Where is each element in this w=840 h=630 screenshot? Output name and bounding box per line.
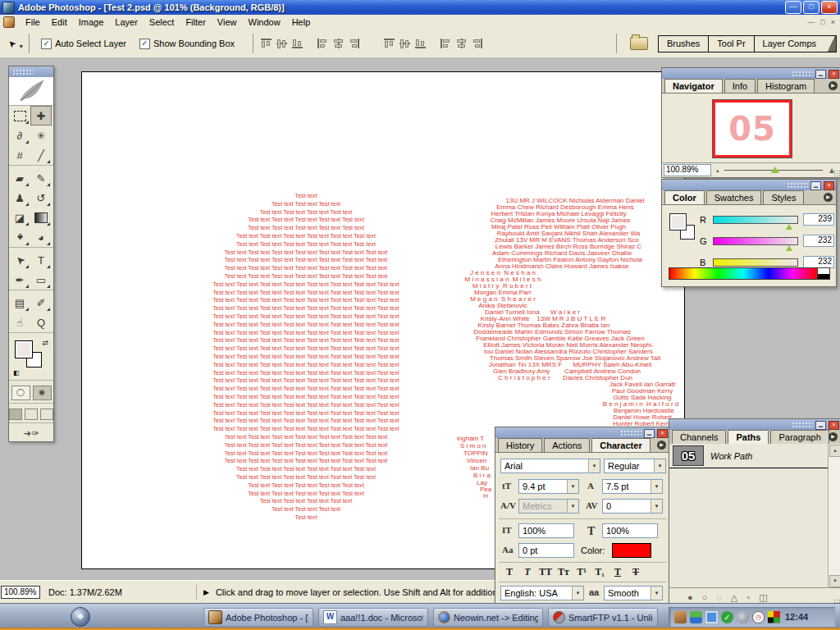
close-button[interactable]: × [821, 1, 838, 14]
fill-path-icon[interactable]: ● [687, 592, 693, 602]
tracking-select[interactable]: 0 ▼ [602, 499, 663, 514]
zoom-out-icon[interactable]: ▴ [716, 167, 719, 174]
font-family-select[interactable]: Arial ▼ [500, 459, 600, 473]
brush-tool[interactable]: ✎ [30, 168, 52, 188]
clock-icon[interactable]: ◷ [752, 611, 765, 623]
file-browser-icon[interactable] [630, 37, 648, 50]
status-expander-icon[interactable]: ▶ [203, 588, 209, 596]
auto-select-layer-checkbox[interactable]: ✓ Auto Select Layer [41, 39, 126, 49]
scroll-up-icon[interactable]: ▲ [829, 445, 840, 457]
palette-close-button[interactable]: × [657, 429, 668, 438]
language-select[interactable]: English: USA ▼ [500, 586, 584, 600]
slider-thumb-icon[interactable] [786, 245, 792, 251]
distribute-bottom-edges-icon[interactable] [414, 38, 427, 49]
taskbar-button-firefox[interactable]: Neowin.net -> Editing ... [433, 608, 543, 627]
align-top-edges-icon[interactable] [260, 38, 272, 49]
palette-well-tab-brushes[interactable]: Brushes [659, 36, 709, 52]
burn-tool[interactable]: ◕ [30, 227, 52, 247]
start-button[interactable]: ❖ [71, 607, 90, 627]
distribute-horizontal-centers-icon[interactable] [455, 38, 468, 49]
delete-path-icon[interactable]: ◫ [759, 592, 767, 603]
menu-view[interactable]: View [212, 16, 243, 29]
color-tab-styles[interactable]: Styles [763, 190, 804, 204]
navigator-tab-info[interactable]: Info [724, 79, 756, 93]
distribute-left-edges-icon[interactable] [440, 38, 452, 49]
quick-mask-mode-button[interactable]: ◉ [33, 386, 52, 400]
align-right-edges-icon[interactable] [348, 38, 360, 49]
notes-tool[interactable]: ▤ [9, 293, 30, 313]
palette-close-button[interactable]: × [824, 181, 834, 190]
crop-tool[interactable]: # [9, 145, 30, 165]
palette-title-bar[interactable]: ▁ × [662, 68, 840, 79]
hand-tool[interactable]: ☝ [9, 313, 30, 332]
menu-layer[interactable]: Layer [109, 16, 144, 29]
emule-icon[interactable] [674, 611, 687, 623]
mdi-minimize-button[interactable]: — [807, 18, 815, 26]
align-left-edges-icon[interactable] [317, 38, 329, 49]
navigator-zoom-input[interactable]: 100.89% [664, 164, 711, 176]
palette-minimize-button[interactable]: ▁ [644, 429, 655, 438]
menu-window[interactable]: Window [243, 16, 286, 29]
slice-tool[interactable]: ╱ [30, 145, 52, 165]
palette-close-button[interactable]: × [829, 70, 839, 79]
jump-to-imageready-button[interactable]: ➔✑ [24, 428, 39, 439]
color-tab-color[interactable]: Color [664, 190, 705, 204]
palette-title-bar[interactable]: ▁ × [495, 427, 669, 438]
small-caps-style-button[interactable]: Tᴛ [555, 566, 573, 578]
foreground-color-swatch[interactable] [15, 340, 33, 358]
zoom-slider[interactable] [724, 170, 824, 171]
colors-icon[interactable] [768, 611, 780, 623]
palette-well-tab-layer-comps[interactable]: Layer Comps [755, 36, 824, 52]
taskbar-button-word[interactable]: Waaa!!1.doc - Microsoft... [318, 608, 428, 627]
navigator-preview[interactable]: 05 [713, 100, 792, 158]
standard-mode-button[interactable]: ◯ [11, 386, 30, 400]
distribute-top-edges-icon[interactable] [383, 38, 395, 49]
clone-stamp-tool[interactable]: ♟ [9, 188, 30, 208]
italic-style-button[interactable]: T [518, 566, 536, 578]
taskbar-button-smartftp[interactable]: SmartFTP v1.1 - Unlic... [548, 608, 658, 627]
menu-filter[interactable]: Filter [180, 16, 211, 29]
work-path-row[interactable]: 05 Work Path [669, 444, 840, 468]
resize-grip-icon[interactable] [833, 170, 840, 176]
menu-help[interactable]: Help [286, 16, 317, 29]
volume-icon[interactable] [737, 611, 749, 623]
b-channel-slider[interactable] [713, 258, 798, 267]
magic-wand-tool[interactable]: ✳ [30, 126, 52, 145]
text-color-swatch[interactable] [612, 543, 651, 558]
scrollbar[interactable]: ▲ ▼ [828, 444, 840, 588]
load-path-as-selection-icon[interactable]: ◌ [716, 592, 722, 602]
character-tab-character[interactable]: Character [591, 438, 650, 452]
paths-tab-paragraph[interactable]: Paragraph [770, 430, 829, 444]
palette-menu-icon[interactable]: ▶ [829, 432, 838, 441]
palette-minimize-button[interactable]: ▁ [815, 70, 826, 79]
anti-alias-select[interactable]: Smooth ▼ [604, 586, 663, 600]
full-screen-mode-button[interactable] [40, 409, 53, 420]
eraser-tool[interactable]: ◪ [9, 208, 30, 227]
palette-menu-icon[interactable]: ▶ [657, 441, 666, 450]
palette-minimize-button[interactable]: ▁ [815, 421, 826, 430]
character-tab-history[interactable]: History [498, 438, 542, 452]
menu-image[interactable]: Image [73, 16, 110, 29]
stroke-path-icon[interactable]: ○ [702, 592, 708, 602]
kerning-select[interactable]: Metrics ▼ [518, 499, 579, 514]
update-icon[interactable]: ✓ [721, 611, 733, 623]
vertical-scale-input[interactable]: 100% [518, 523, 574, 538]
path-selection-tool[interactable]: ➤ [9, 250, 30, 270]
navigator-tab-navigator[interactable]: Navigator [664, 79, 723, 93]
menu-file[interactable]: File [20, 16, 46, 29]
rectangular-marquee-tool[interactable] [9, 106, 30, 126]
character-tab-actions[interactable]: Actions [544, 438, 590, 452]
mdi-close-button[interactable]: × [831, 18, 835, 26]
type-tool[interactable]: T [30, 250, 52, 270]
adobe-feather-logo[interactable] [9, 77, 53, 106]
baseline-shift-input[interactable]: 0 pt [518, 543, 574, 558]
palette-close-button[interactable]: × [829, 421, 839, 430]
b-channel-value-input[interactable]: 232 [803, 256, 834, 268]
full-screen-menubar-mode-button[interactable] [25, 409, 38, 420]
standard-screen-mode-button[interactable] [9, 409, 22, 420]
foreground-color-swatch[interactable] [669, 213, 687, 231]
color-tab-swatches[interactable]: Swatches [706, 190, 762, 204]
font-style-select[interactable]: Regular ▼ [604, 459, 666, 473]
strikethrough-style-button[interactable]: T [627, 566, 645, 578]
swap-colors-icon[interactable]: ⇄ [42, 339, 48, 347]
